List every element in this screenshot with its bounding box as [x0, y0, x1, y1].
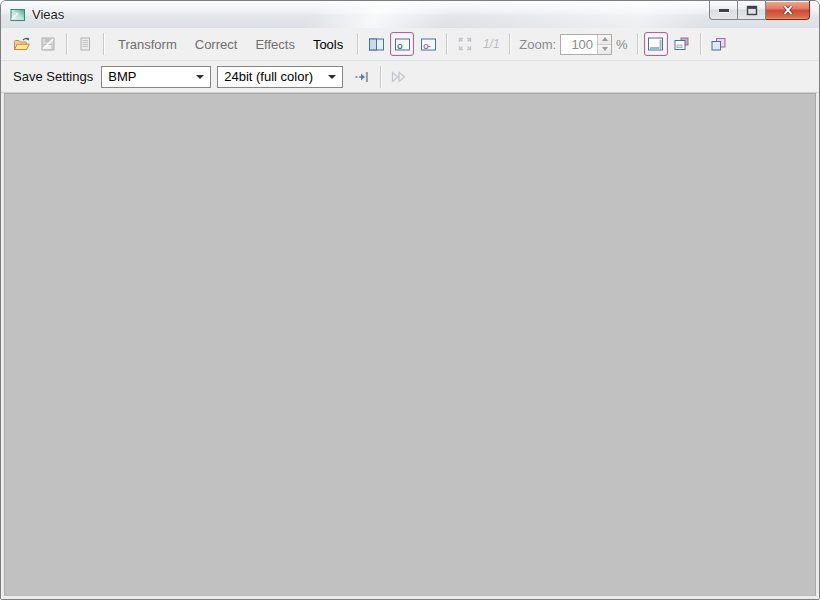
chevron-up-icon	[602, 37, 608, 41]
chevron-down-icon	[328, 75, 336, 79]
zoom-decrement-button[interactable]	[598, 45, 611, 54]
open-file-button[interactable]	[10, 32, 34, 56]
overlay-panel-icon	[673, 36, 690, 52]
view-window-o-icon	[394, 37, 411, 52]
color-depth-select[interactable]: 24bit (full color)	[217, 66, 343, 88]
vieas-app-icon	[10, 7, 26, 23]
close-x-icon	[781, 4, 795, 16]
toolbar-separator	[66, 33, 67, 55]
window-controls	[709, 1, 810, 20]
zoom-spin-buttons	[597, 35, 611, 54]
maximize-icon	[746, 5, 758, 16]
app-window: Vieas	[0, 0, 820, 600]
chevron-down-icon	[602, 47, 608, 51]
fit-to-window-arrows-icon	[457, 36, 473, 52]
minimize-icon	[719, 9, 729, 12]
menu-effects[interactable]: Effects	[246, 32, 304, 56]
save-settings-toolbar: Save Settings BMP 24bit (full color)	[1, 61, 819, 93]
window-scrollbars-icon	[647, 36, 664, 52]
image-canvas[interactable]	[4, 93, 816, 596]
toolbar-separator	[700, 33, 701, 55]
toolbar-separator	[509, 33, 510, 55]
save-settings-label: Save Settings	[13, 69, 93, 84]
zoom-increment-button[interactable]	[598, 35, 611, 45]
toolbar-separator	[637, 33, 638, 55]
open-folder-icon	[13, 36, 31, 52]
chevron-down-icon	[196, 75, 204, 79]
dual-pane-icon	[368, 37, 385, 52]
actual-size-button[interactable]: 1/1	[479, 32, 503, 56]
apply-save-settings-button[interactable]	[350, 65, 374, 89]
save-button[interactable]	[36, 32, 60, 56]
zoom-input[interactable]	[561, 35, 597, 54]
save-floppy-icon	[40, 36, 56, 52]
image-properties-icon	[77, 36, 93, 52]
toolbar-separator	[103, 33, 104, 55]
main-toolbar: Transform Correct Effects Tools	[1, 28, 819, 61]
zoom-label: Zoom:	[519, 37, 556, 52]
cascade-windows-button[interactable]	[707, 32, 731, 56]
scrollbars-toggle-button[interactable]	[644, 32, 668, 56]
image-properties-button[interactable]	[73, 32, 97, 56]
format-select[interactable]: BMP	[101, 66, 211, 88]
batch-forward-button[interactable]	[387, 65, 411, 89]
menu-correct[interactable]: Correct	[186, 32, 247, 56]
view-mode-original-button[interactable]	[390, 32, 414, 56]
toolbar-separator	[357, 33, 358, 55]
dual-pane-button[interactable]	[364, 32, 388, 56]
close-button[interactable]	[766, 1, 810, 20]
toolbar-separator	[446, 33, 447, 55]
zoom-spinner	[560, 34, 612, 55]
format-selected-value: BMP	[108, 69, 188, 84]
cascade-windows-icon	[710, 36, 727, 52]
canvas-frame	[1, 93, 819, 599]
toolbar-separator	[380, 66, 381, 88]
overlay-panel-button[interactable]	[670, 32, 694, 56]
zoom-unit-label: %	[616, 37, 628, 52]
fit-to-window-button[interactable]	[453, 32, 477, 56]
minimize-button[interactable]	[709, 1, 738, 20]
color-depth-selected-value: 24bit (full color)	[224, 69, 320, 84]
menu-tools[interactable]: Tools	[304, 32, 352, 56]
actual-size-1-1-icon: 1/1	[483, 37, 500, 51]
double-chevron-icon	[390, 69, 408, 85]
window-title: Vieas	[32, 7, 64, 22]
view-mode-preview-button[interactable]	[416, 32, 440, 56]
titlebar[interactable]: Vieas	[1, 1, 819, 28]
apply-arrow-to-bar-icon	[354, 69, 370, 85]
view-window-p-icon	[420, 37, 437, 52]
menu-transform[interactable]: Transform	[109, 32, 186, 56]
maximize-button[interactable]	[738, 1, 766, 20]
